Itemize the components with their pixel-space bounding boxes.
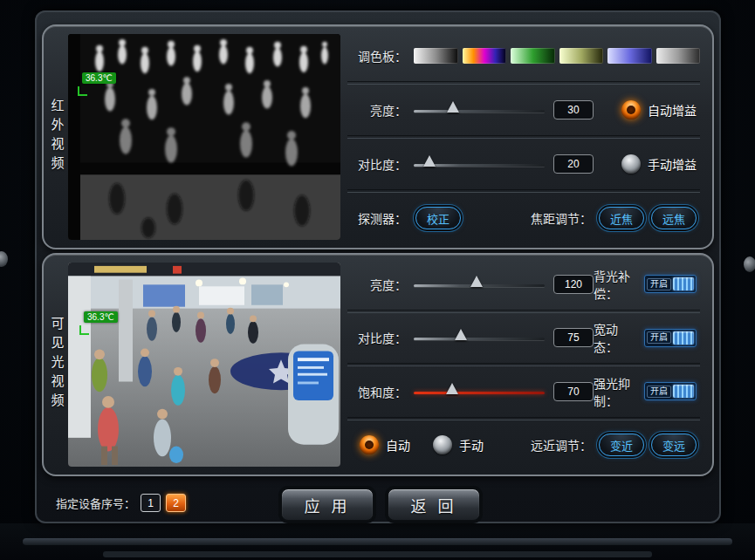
slider-track[interactable] [414, 110, 545, 113]
infrared-video-feed: 36.3℃ [68, 34, 340, 240]
vis-contrast-value: 75 [553, 328, 594, 347]
divider [347, 189, 700, 193]
ir-brightness-row: 亮度： 30 自动增益 [347, 85, 700, 135]
slider-thumb-icon[interactable] [446, 383, 458, 394]
backlight-compensation-label: 背光补偿： [594, 267, 637, 302]
slider-track[interactable] [414, 392, 545, 394]
manual-gain-radio[interactable] [621, 154, 641, 174]
palette-row: 调色板： [347, 31, 700, 81]
manual-mode-radio[interactable] [433, 435, 452, 454]
app-window: 红外视频 [0, 0, 755, 560]
auto-mode-label: 自动 [386, 436, 410, 454]
manual-gain-label: 手动增益 [648, 155, 697, 173]
palette-swatch-blue-violet[interactable] [607, 48, 652, 64]
vis-mode-row: 自动 手动 远近调节： 变近 变远 [347, 420, 700, 471]
vis-brightness-slider[interactable] [414, 275, 545, 294]
ir-contrast-slider[interactable] [414, 154, 545, 174]
ir-contrast-label: 对比度： [347, 155, 407, 173]
visible-temp-badge: 36.3℃ [84, 311, 118, 323]
toggle-state-label: 开启 [647, 386, 671, 398]
vis-saturation-row: 饱和度： 70 强光抑制： 开启 [347, 366, 700, 417]
manual-mode-label: 手动 [459, 436, 484, 454]
zoom-adjust-label: 远近调节： [531, 436, 592, 454]
toggle-state-label: 开启 [647, 278, 671, 290]
zoom-near-button[interactable]: 变近 [599, 434, 644, 456]
slider-thumb-icon[interactable] [447, 101, 459, 113]
bezel-screw-left [0, 251, 8, 267]
divider [347, 81, 700, 85]
visible-video-feed: 36.3℃ [68, 263, 340, 467]
auto-gain-label: 自动增益 [648, 101, 697, 119]
device-select-label: 指定设备序号： [56, 495, 135, 511]
vis-brightness-row: 亮度： 120 背光补偿： 开启 [347, 259, 700, 310]
slider-thumb-icon[interactable] [455, 329, 467, 340]
zoom-far-button[interactable]: 变远 [651, 434, 697, 456]
device-2-button[interactable]: 2 [166, 494, 186, 512]
toggle-knob-icon [673, 331, 694, 345]
divider [347, 363, 700, 366]
toggle-knob-icon [673, 277, 694, 290]
device-1-button[interactable]: 1 [141, 494, 161, 512]
palette-swatch-soft-gray[interactable] [656, 48, 701, 64]
detector-label: 探测器： [347, 209, 407, 227]
stand-strip [23, 538, 732, 545]
slider-thumb-icon[interactable] [423, 155, 436, 167]
highlight-suppression-label: 强光抑制： [594, 374, 637, 409]
screen: 红外视频 [35, 10, 721, 523]
detector-row: 探测器： 校正 焦距调节： 近焦 远焦 [347, 193, 700, 243]
ir-contrast-row: 对比度： 20 手动增益 [347, 139, 700, 189]
vis-contrast-label: 对比度： [347, 329, 407, 346]
palette-swatch-yellow-green[interactable] [559, 48, 604, 64]
visible-temp-marker-icon [79, 325, 89, 335]
vis-saturation-value: 70 [553, 382, 594, 401]
infrared-panel: 红外视频 [42, 24, 714, 249]
infrared-controls: 调色板： 亮度： 30 自动增益 [347, 31, 700, 243]
visible-section-label: 可见光视频 [45, 255, 68, 475]
visible-image [68, 263, 340, 467]
back-button[interactable]: 返 回 [388, 488, 480, 521]
backlight-compensation-toggle[interactable]: 开启 [644, 275, 697, 293]
visible-controls: 亮度： 120 背光补偿： 开启 [347, 259, 700, 470]
auto-gain-radio[interactable] [621, 100, 641, 120]
toggle-state-label: 开启 [647, 331, 671, 344]
palette-swatch-white-hot-gray[interactable] [414, 48, 458, 64]
near-focus-button[interactable]: 近焦 [599, 207, 644, 229]
vis-saturation-slider[interactable] [414, 382, 545, 401]
palette-swatches [414, 48, 700, 64]
ir-brightness-slider[interactable] [414, 100, 545, 120]
infrared-temp-marker-icon [78, 86, 87, 96]
wide-dynamic-toggle[interactable]: 开启 [644, 329, 697, 347]
far-focus-button[interactable]: 远焦 [651, 207, 697, 229]
vis-brightness-value: 120 [553, 275, 594, 294]
footer-bar: 指定设备序号： 1 2 应 用 返 回 [42, 483, 714, 522]
stand-base [103, 551, 652, 557]
slider-thumb-icon[interactable] [470, 276, 483, 287]
ir-brightness-label: 亮度： [347, 101, 407, 119]
palette-label: 调色板： [347, 47, 407, 65]
divider [347, 417, 700, 420]
slider-track[interactable] [414, 338, 545, 340]
device-select-group: 指定设备序号： 1 2 [56, 494, 186, 512]
palette-swatch-green[interactable] [511, 48, 555, 64]
toggle-knob-icon [673, 385, 694, 398]
calibrate-button[interactable]: 校正 [415, 207, 461, 229]
vis-contrast-row: 对比度： 75 宽动态： 开启 [347, 313, 700, 364]
thermal-image [68, 34, 340, 240]
vis-brightness-label: 亮度： [347, 276, 407, 293]
device-stand [0, 523, 755, 560]
focus-adjust-label: 焦距调节： [531, 209, 592, 227]
auto-mode-radio[interactable] [360, 435, 379, 454]
divider [347, 310, 700, 313]
ir-contrast-value: 20 [553, 154, 594, 174]
highlight-suppression-toggle[interactable]: 开启 [644, 382, 697, 400]
infrared-temp-badge: 36.3℃ [82, 72, 116, 84]
wide-dynamic-label: 宽动态： [594, 320, 637, 355]
visible-panel: 可见光视频 [42, 253, 714, 476]
infrared-section-label: 红外视频 [45, 26, 68, 248]
vis-contrast-slider[interactable] [414, 328, 545, 347]
bezel-screw-right [744, 256, 755, 272]
apply-button[interactable]: 应 用 [281, 488, 374, 521]
divider [347, 135, 700, 139]
ir-brightness-value: 30 [553, 100, 594, 120]
palette-swatch-iron-rainbow[interactable] [463, 48, 507, 64]
